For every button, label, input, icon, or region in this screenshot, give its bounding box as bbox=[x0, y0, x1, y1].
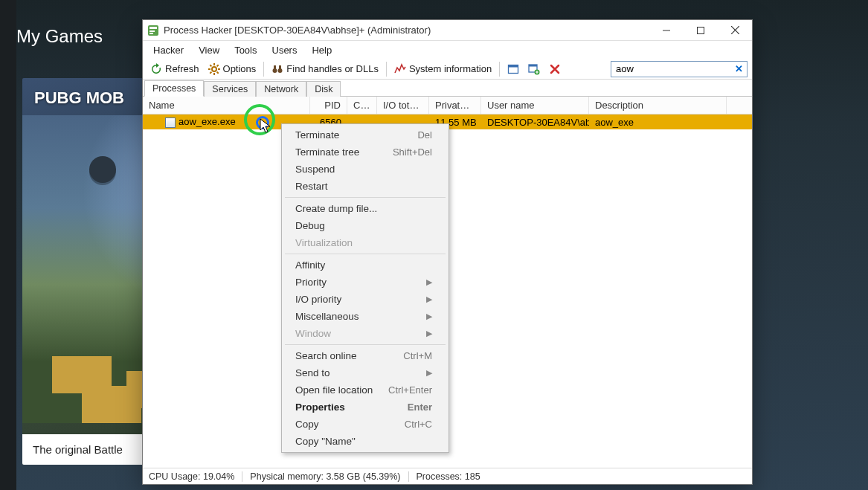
sysinfo-icon bbox=[394, 63, 406, 75]
menu-users[interactable]: Users bbox=[265, 42, 305, 58]
menu-view[interactable]: View bbox=[191, 42, 227, 58]
ctx-io-priority[interactable]: I/O priority▶ bbox=[283, 291, 447, 308]
chevron-right-icon: ▶ bbox=[426, 329, 432, 338]
ctx-separator bbox=[285, 197, 446, 198]
refresh-icon bbox=[150, 63, 162, 75]
cell-user: DESKTOP-30EA84V\abhs bbox=[481, 117, 589, 128]
column-priv[interactable]: Private b... bbox=[429, 97, 481, 114]
menu-hacker[interactable]: Hacker bbox=[146, 42, 191, 58]
ctx-debug[interactable]: Debug bbox=[283, 217, 447, 234]
binoculars-icon bbox=[271, 63, 283, 75]
window-close-button[interactable] bbox=[544, 60, 565, 78]
ctx-copy[interactable]: CopyCtrl+C bbox=[283, 416, 447, 433]
menu-help[interactable]: Help bbox=[304, 42, 339, 58]
window-titlebar[interactable]: Process Hacker [DESKTOP-30EA84V\abhse]+ … bbox=[143, 20, 752, 41]
ctx-open-file-location[interactable]: Open file locationCtrl+Enter bbox=[283, 381, 447, 399]
chevron-right-icon: ▶ bbox=[426, 368, 432, 378]
ctx-separator bbox=[285, 344, 446, 345]
tab-disk[interactable]: Disk bbox=[306, 81, 341, 97]
column-pid[interactable]: PID bbox=[310, 97, 347, 114]
launcher-header: My Games bbox=[16, 26, 103, 47]
svg-rect-1 bbox=[150, 27, 157, 29]
menubar: Hacker View Tools Users Help bbox=[143, 41, 752, 59]
status-bar: CPU Usage: 19.04% Physical memory: 3.58 … bbox=[143, 468, 752, 484]
sysinfo-label: System information bbox=[409, 63, 492, 74]
window-title: Process Hacker [DESKTOP-30EA84V\abhse]+ … bbox=[164, 25, 649, 36]
ctx-restart[interactable]: Restart bbox=[283, 178, 447, 195]
ctx-separator bbox=[285, 254, 446, 254]
ctx-virtualization: Virtualization bbox=[283, 234, 447, 251]
svg-rect-3 bbox=[150, 33, 153, 34]
x-icon bbox=[549, 63, 561, 75]
options-button[interactable]: Options bbox=[204, 60, 261, 78]
clear-search-icon[interactable]: ✕ bbox=[735, 61, 743, 77]
svg-rect-2 bbox=[150, 30, 155, 32]
status-cpu: CPU Usage: 19.04% bbox=[149, 471, 242, 482]
svg-rect-16 bbox=[529, 65, 537, 67]
column-user[interactable]: User name bbox=[481, 97, 589, 114]
column-name[interactable]: Name bbox=[143, 97, 310, 114]
chevron-right-icon: ▶ bbox=[426, 294, 432, 304]
launcher-sidebar bbox=[0, 0, 16, 490]
ctx-window: Window▶ bbox=[283, 325, 447, 342]
tab-processes[interactable]: Processes bbox=[144, 80, 204, 97]
options-label: Options bbox=[223, 63, 257, 74]
svg-point-8 bbox=[212, 67, 216, 71]
chevron-right-icon: ▶ bbox=[426, 277, 432, 287]
ctx-search-online[interactable]: Search onlineCtrl+M bbox=[283, 347, 447, 364]
window-mode-button[interactable] bbox=[503, 60, 524, 78]
column-cpu[interactable]: CPU bbox=[347, 97, 377, 114]
system-information-button[interactable]: System information bbox=[390, 60, 496, 78]
context-menu: TerminateDel Terminate treeShift+Del Sus… bbox=[281, 123, 449, 453]
refresh-button[interactable]: Refresh bbox=[146, 60, 204, 78]
ctx-terminate-tree[interactable]: Terminate treeShift+Del bbox=[283, 144, 447, 161]
ctx-priority[interactable]: Priority▶ bbox=[283, 274, 447, 291]
chevron-right-icon: ▶ bbox=[426, 312, 432, 321]
gear-icon bbox=[208, 63, 220, 75]
svg-rect-5 bbox=[698, 27, 704, 33]
ctx-terminate[interactable]: TerminateDel bbox=[283, 126, 447, 144]
minimize-button[interactable] bbox=[649, 20, 684, 40]
find-handles-label: Find handles or DLLs bbox=[286, 63, 379, 74]
ctx-miscellaneous[interactable]: Miscellaneous▶ bbox=[283, 308, 447, 325]
svg-rect-12 bbox=[279, 65, 281, 69]
menu-tools[interactable]: Tools bbox=[227, 42, 264, 58]
tab-bar: Processes Services Network Disk bbox=[143, 80, 752, 97]
status-procs: Processes: 185 bbox=[417, 471, 488, 482]
column-headers: Name PID CPU I/O total ... Private b... … bbox=[143, 97, 752, 115]
toolbar-separator bbox=[499, 62, 500, 77]
ctx-create-dump[interactable]: Create dump file... bbox=[283, 200, 447, 217]
column-desc[interactable]: Description bbox=[589, 97, 727, 114]
ctx-send-to[interactable]: Send to▶ bbox=[283, 364, 447, 381]
process-name: aow_exe.exe bbox=[179, 116, 236, 127]
svg-rect-11 bbox=[274, 65, 276, 69]
status-mem: Physical memory: 3.58 GB (45.39%) bbox=[250, 471, 408, 482]
svg-rect-14 bbox=[509, 65, 518, 67]
tab-network[interactable]: Network bbox=[256, 81, 306, 97]
toolbar-separator bbox=[386, 62, 387, 77]
cell-desc: aow_exe bbox=[589, 117, 727, 128]
tab-services[interactable]: Services bbox=[204, 81, 256, 97]
toolbar-separator bbox=[263, 62, 264, 77]
ctx-affinity[interactable]: Affinity bbox=[283, 257, 447, 274]
refresh-label: Refresh bbox=[165, 63, 199, 74]
maximize-button[interactable] bbox=[684, 20, 718, 40]
toolbar: Refresh Options Find handles or DLLs Sys… bbox=[143, 59, 752, 80]
ctx-suspend[interactable]: Suspend bbox=[283, 161, 447, 178]
close-button[interactable] bbox=[718, 20, 752, 40]
find-handles-button[interactable]: Find handles or DLLs bbox=[267, 60, 383, 78]
app-icon bbox=[147, 25, 159, 36]
window-plus-icon bbox=[528, 63, 540, 75]
window-add-button[interactable] bbox=[524, 60, 544, 78]
search-input[interactable] bbox=[611, 61, 748, 77]
ctx-copy-name[interactable]: Copy "Name" bbox=[283, 433, 447, 450]
window-icon bbox=[507, 63, 519, 75]
ctx-properties[interactable]: PropertiesEnter bbox=[283, 399, 447, 416]
exe-icon bbox=[165, 117, 176, 128]
column-io[interactable]: I/O total ... bbox=[377, 97, 429, 114]
